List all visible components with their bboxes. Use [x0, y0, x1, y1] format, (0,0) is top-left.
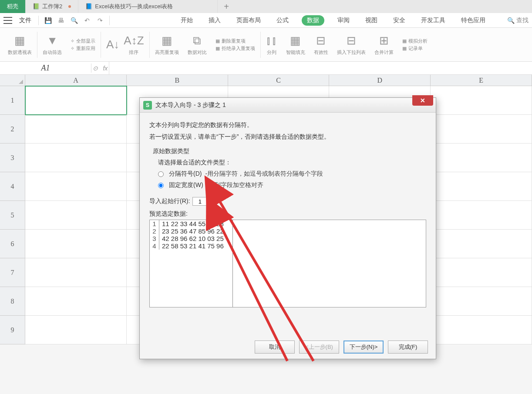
- tab-doc-label: Excel表格技巧—换成excel表格: [95, 3, 173, 10]
- cell[interactable]: [25, 287, 127, 316]
- cell[interactable]: [25, 144, 127, 172]
- btn-validation[interactable]: ⊟有效性: [310, 30, 332, 60]
- row-header[interactable]: 3: [0, 144, 25, 172]
- spin-up[interactable]: ▲: [210, 197, 216, 201]
- cell[interactable]: [431, 287, 532, 316]
- cell[interactable]: [25, 201, 127, 230]
- preview-row-data: 23 25 36 47 85 96 22: [159, 227, 224, 235]
- cancel-button[interactable]: 取消: [255, 341, 295, 354]
- ribtab-start[interactable]: 开始: [178, 15, 195, 26]
- prev-button: <上一步(B): [299, 341, 339, 354]
- word-icon: 📘: [85, 3, 92, 10]
- cell[interactable]: [431, 316, 532, 344]
- show-all-icon: ✧: [71, 38, 74, 44]
- btn-dup-opts[interactable]: ▦删除重复项 ▦拒绝录入重复项: [212, 30, 259, 60]
- formula-input[interactable]: [109, 62, 532, 74]
- cell[interactable]: [25, 230, 127, 258]
- btn-text-to-columns[interactable]: ⫿⫿分列: [263, 30, 281, 60]
- tab-workbook[interactable]: 📗 工作簿2: [26, 0, 78, 13]
- name-box[interactable]: A1: [0, 63, 91, 73]
- btn-highlight-dup[interactable]: ▦高亮重复项: [152, 30, 182, 60]
- row-header[interactable]: 5: [0, 201, 25, 230]
- ribtab-layout[interactable]: 页面布局: [234, 15, 263, 26]
- cell[interactable]: [25, 316, 127, 344]
- preview-label: 预览选定数据:: [149, 210, 426, 218]
- tab-doc[interactable]: 📘 Excel表格技巧—换成excel表格: [78, 0, 218, 13]
- preview-row-num: 4: [150, 242, 159, 250]
- radio-delimited-row[interactable]: 分隔符号(D) -用分隔字符，如逗号或制表符分隔每个字段: [158, 170, 426, 178]
- undo-icon[interactable]: ↶: [81, 15, 93, 26]
- cell[interactable]: [431, 258, 532, 287]
- preview-row-data: 42 28 96 62 10 03 25: [159, 235, 224, 242]
- btn-pivot[interactable]: ▦数据透视表: [4, 30, 35, 60]
- modified-indicator-icon: [68, 5, 71, 8]
- btn-filter[interactable]: ▼自动筛选: [39, 30, 65, 60]
- cell[interactable]: [25, 258, 127, 287]
- row-header[interactable]: 7: [0, 258, 25, 287]
- cell[interactable]: [25, 86, 127, 115]
- print-icon[interactable]: 🖶: [55, 15, 67, 26]
- btn-consolidate[interactable]: ⊞合并计算: [371, 30, 397, 60]
- cell[interactable]: [25, 172, 127, 201]
- cell[interactable]: [431, 86, 532, 115]
- select-all-corner[interactable]: [0, 75, 25, 86]
- text-import-wizard-dialog: S 文本导入向导 - 3 步骤之 1 ✕ 文本分列向导判定您的数据有分隔符。 若…: [139, 97, 436, 359]
- ribtab-insert[interactable]: 插入: [206, 15, 223, 26]
- fx-icon[interactable]: ⊙ fx: [91, 65, 109, 72]
- col-header-a[interactable]: A: [25, 75, 127, 86]
- ribtab-formula[interactable]: 公式: [274, 15, 291, 26]
- search-box[interactable]: 🔍 查找: [507, 17, 529, 24]
- btn-filter-opts[interactable]: ✧全部显示 ✧重新应用: [67, 30, 99, 60]
- preview-icon[interactable]: 🔍: [68, 15, 80, 26]
- delete-dup-icon: ▦: [215, 38, 220, 44]
- dialog-titlebar[interactable]: S 文本导入向导 - 3 步骤之 1 ✕: [140, 98, 436, 113]
- row-header[interactable]: 8: [0, 287, 25, 316]
- btn-flash-fill[interactable]: ▦智能填充: [283, 30, 309, 60]
- radio-fixed-row[interactable]: 固定宽度(W) -每列字段加空格对齐: [158, 181, 426, 189]
- radio-fixed-width[interactable]: [158, 183, 164, 188]
- row-header[interactable]: 4: [0, 172, 25, 201]
- file-menu[interactable]: 文件: [16, 17, 35, 24]
- col-header-c[interactable]: C: [228, 75, 330, 86]
- save-icon[interactable]: 💾: [42, 15, 54, 26]
- btn-dropdown[interactable]: ⊟插入下拉列表: [333, 30, 369, 60]
- ribtab-special[interactable]: 特色应用: [458, 15, 488, 26]
- next-button[interactable]: 下一步(N)>: [343, 341, 384, 354]
- radio-delimited[interactable]: [158, 171, 164, 177]
- ribtab-dev[interactable]: 开发工具: [418, 15, 448, 26]
- row-header[interactable]: 2: [0, 115, 25, 144]
- btn-analysis[interactable]: ▦模拟分析 ▦记录单: [399, 30, 431, 60]
- btn-compare[interactable]: ⧉数据对比: [184, 30, 210, 60]
- cell[interactable]: [431, 201, 532, 230]
- ribtab-view[interactable]: 视图: [363, 15, 380, 26]
- row-header[interactable]: 6: [0, 230, 25, 258]
- cell[interactable]: [431, 115, 532, 144]
- cell[interactable]: [431, 230, 532, 258]
- start-row-input[interactable]: [192, 197, 207, 206]
- col-header-d[interactable]: D: [329, 75, 431, 86]
- group-label: 原始数据类型: [153, 147, 426, 155]
- col-header-b[interactable]: B: [127, 75, 228, 86]
- row-header[interactable]: 9: [0, 316, 25, 344]
- tab-home[interactable]: 稻壳: [0, 0, 26, 13]
- preview-row-num: 3: [150, 235, 159, 242]
- menu-bar: 文件 💾 🖶 🔍 ↶ ↷ 开始 插入 页面布局 公式 数据 审阅 视图 安全 开…: [0, 13, 532, 28]
- spreadsheet-icon: 📗: [33, 3, 40, 10]
- ribtab-review[interactable]: 审阅: [335, 15, 352, 26]
- dialog-close-button[interactable]: ✕: [412, 95, 433, 106]
- btn-sort[interactable]: A↓ A↕Z排序: [103, 30, 148, 59]
- new-tab-button[interactable]: +: [218, 0, 235, 13]
- formula-bar: A1 ⊙ fx: [0, 62, 532, 75]
- cell[interactable]: [431, 144, 532, 172]
- finish-button[interactable]: 完成(F): [388, 341, 428, 354]
- preview-row-num: 1: [150, 220, 159, 227]
- cell[interactable]: [25, 115, 127, 144]
- spin-down[interactable]: ▼: [210, 201, 216, 206]
- col-header-e[interactable]: E: [431, 75, 532, 86]
- ribtab-data[interactable]: 数据: [302, 15, 324, 26]
- ribtab-security[interactable]: 安全: [391, 15, 408, 26]
- cell[interactable]: [431, 172, 532, 201]
- row-header[interactable]: 1: [0, 86, 25, 115]
- hamburger-icon[interactable]: [3, 17, 12, 24]
- redo-icon[interactable]: ↷: [94, 15, 106, 26]
